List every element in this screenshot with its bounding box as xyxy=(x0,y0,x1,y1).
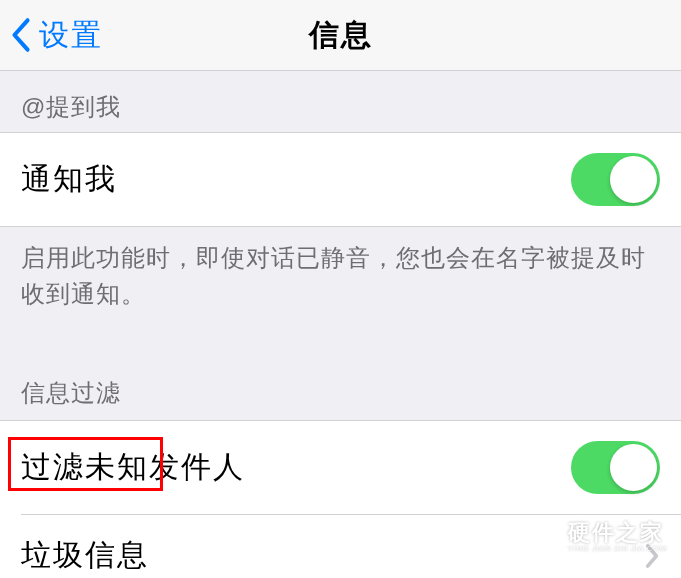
watermark: 硬件之家 YING JIAN ZHI JIA.COM xyxy=(524,517,667,558)
shield-icon xyxy=(524,517,560,558)
row-filter-unknown[interactable]: 过滤未知发件人 xyxy=(0,421,681,514)
back-label: 设置 xyxy=(39,15,103,56)
row-label-notify: 通知我 xyxy=(21,159,117,200)
chevron-left-icon xyxy=(11,17,31,53)
toggle-filter-unknown[interactable] xyxy=(571,441,660,494)
row-label-unknown: 过滤未知发件人 xyxy=(21,447,245,488)
watermark-sub: YING JIAN ZHI JIA.COM xyxy=(568,545,667,554)
toggle-knob xyxy=(610,444,657,491)
toggle-knob xyxy=(610,156,657,203)
row-notify-me[interactable]: 通知我 xyxy=(0,132,681,227)
row-label-spam: 垃圾信息 xyxy=(21,535,149,576)
page-title: 信息 xyxy=(309,15,373,56)
section-header-filter: 信息过滤 xyxy=(0,325,681,420)
watermark-main: 硬件之家 xyxy=(568,521,667,545)
section-header-mentions: @提到我 xyxy=(0,71,681,132)
nav-header: 设置 信息 xyxy=(0,0,681,71)
back-button[interactable]: 设置 xyxy=(0,15,103,56)
section-footer-mentions: 启用此功能时，即使对话已静音，您也会在名字被提及时收到通知。 xyxy=(0,227,681,325)
toggle-notify-me[interactable] xyxy=(571,153,660,206)
